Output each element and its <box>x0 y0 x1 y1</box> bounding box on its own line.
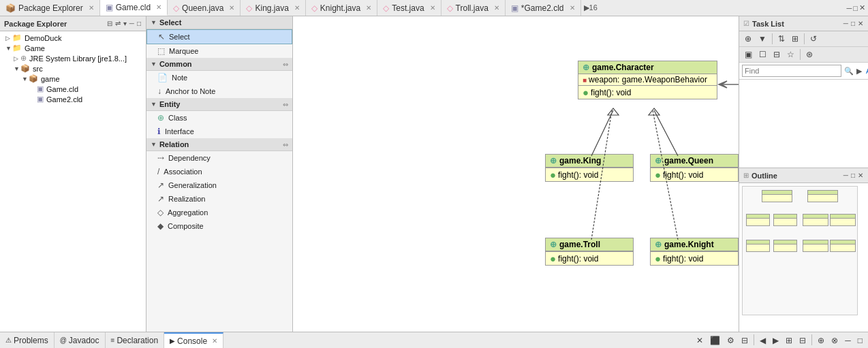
minimize-icon[interactable]: ─ <box>847 4 852 12</box>
outline-content[interactable] <box>739 183 868 332</box>
palette-item-generalization[interactable]: ↗ Generalization <box>146 178 292 192</box>
tab-close-icon-6[interactable]: ✕ <box>430 4 435 12</box>
tab-test-java[interactable]: ◇ Test.java ✕ <box>377 0 441 16</box>
uml-class-queen[interactable]: ⊕ game.Queen ● fight(): void <box>650 154 739 182</box>
palette-item-anchor[interactable]: ↓ Anchor to Note <box>146 84 292 98</box>
tab-troll-java[interactable]: ◇ Troll.java ✕ <box>441 0 506 16</box>
tab-close-icon-3[interactable]: ✕ <box>229 4 234 12</box>
task-icon-2[interactable]: ☐ <box>756 48 769 61</box>
group-icon[interactable]: ⊞ <box>789 33 801 45</box>
refresh-icon[interactable]: ↺ <box>807 33 820 45</box>
tree-item-game-cld[interactable]: ▷ ▣ Game.cld <box>0 84 146 94</box>
game2-cld-icon: ▣ <box>511 3 518 13</box>
tab-close-icon-2[interactable]: ✕ <box>156 3 161 11</box>
task-icon-1[interactable]: ▣ <box>742 48 755 61</box>
task-icon-4[interactable]: ☆ <box>784 48 797 61</box>
bottom-icon-12[interactable]: □ <box>855 334 865 347</box>
tab-package-explorer[interactable]: 📦 Package Explorer ✕ <box>0 0 100 16</box>
tab-problems[interactable]: ⚠ Problems <box>0 332 55 348</box>
tree-item-src[interactable]: ▼ 📦 src <box>0 63 146 74</box>
palette-item-realization[interactable]: ↗ Realization <box>146 192 292 206</box>
uml-canvas[interactable]: ⊕ game.Character ■ weapon: game.WeaponBe… <box>293 16 739 332</box>
anchor-icon: ↓ <box>157 86 161 96</box>
palette-item-class[interactable]: ⊕ Class <box>146 111 292 125</box>
find-input[interactable] <box>742 65 841 77</box>
tab-console[interactable]: ▶ Console ✕ <box>164 332 223 348</box>
view-menu-icon[interactable]: ▾ <box>123 19 127 28</box>
bottom-icon-7[interactable]: ⊞ <box>783 334 795 347</box>
tree-item-game[interactable]: ▼ 📁 Game <box>0 43 146 53</box>
minimize-tasklist-icon[interactable]: ─ <box>843 19 849 28</box>
filter-icon[interactable]: ▼ <box>756 33 769 45</box>
minimize-panel-icon[interactable]: ─ <box>129 19 135 28</box>
uml-class-king[interactable]: ⊕ game.King ● fight(): void <box>545 154 634 182</box>
package-icon: 📦 <box>29 74 38 83</box>
palette-item-aggregation[interactable]: ◇ Aggregation <box>146 206 292 219</box>
tab-declaration[interactable]: ≡ Declaration <box>106 332 165 348</box>
tree-expand-arrow: ▼ <box>5 45 12 52</box>
tree-item-game-pkg[interactable]: ▼ 📦 game <box>0 74 146 84</box>
palette-item-association[interactable]: / Association <box>146 165 292 178</box>
palette-section-relation[interactable]: ▼ Relation ⇔ <box>146 138 292 151</box>
find-search-icon[interactable]: 🔍 <box>844 67 854 76</box>
close-outline-icon[interactable]: ✕ <box>857 171 864 180</box>
tab-close-icon[interactable]: ✕ <box>89 4 94 12</box>
bottom-icon-10[interactable]: ⊗ <box>828 334 841 347</box>
tab-close-icon-5[interactable]: ✕ <box>366 4 371 12</box>
task-icon-5[interactable]: ⊛ <box>803 48 816 61</box>
tree-item-game2-cld[interactable]: ▷ ▣ Game2.cld <box>0 94 146 104</box>
tab-close-icon-4[interactable]: ✕ <box>294 4 300 12</box>
maximize-tasklist-icon[interactable]: □ <box>850 19 856 28</box>
sort-icon[interactable]: ⇅ <box>775 33 788 45</box>
palette-item-interface[interactable]: ℹ Interface <box>146 125 292 138</box>
bottom-icon-4[interactable]: ⊟ <box>739 334 751 347</box>
uml-class-knight[interactable]: ⊕ game.Knight ● fight(): void <box>650 238 739 266</box>
palette-item-select[interactable]: ↖ Select <box>146 29 292 44</box>
game-cld-tab-icon: ▣ <box>106 3 113 12</box>
bottom-icon-1[interactable]: ✕ <box>694 334 706 347</box>
tree-item-jre[interactable]: ▷ ⊕ JRE System Library [jre1.8...] <box>0 53 146 63</box>
maximize-icon[interactable]: □ <box>853 4 858 12</box>
minimize-outline-icon[interactable]: ─ <box>843 171 849 180</box>
tab-close-icon-8[interactable]: ✕ <box>570 4 575 12</box>
bottom-icon-2[interactable]: ⬛ <box>707 334 723 347</box>
console-close-icon[interactable]: ✕ <box>212 337 217 345</box>
uml-class-character[interactable]: ⊕ game.Character ■ weapon: game.WeaponBe… <box>578 61 717 99</box>
expand-find-icon[interactable]: ▶ <box>856 67 862 76</box>
bottom-icon-6[interactable]: ▶ <box>770 334 781 347</box>
new-task-icon[interactable]: ⊕ <box>742 33 754 45</box>
palette-section-select[interactable]: ▼ Select <box>146 16 292 29</box>
tab-overflow-indicator[interactable]: ▶16 <box>581 3 600 12</box>
palette-item-dependency[interactable]: ⤏ Dependency <box>146 151 292 165</box>
tab-game2-cld[interactable]: ▣ *Game2.cld ✕ <box>506 0 581 16</box>
task-icon-3[interactable]: ⊟ <box>771 48 783 61</box>
palette-section-entity[interactable]: ▼ Entity ⇔ <box>146 98 292 111</box>
tab-close-icon-7[interactable]: ✕ <box>494 4 499 12</box>
bottom-icon-3[interactable]: ⚙ <box>724 334 737 347</box>
link-with-editor-icon[interactable]: ⇌ <box>114 19 121 28</box>
section-title-entity: Entity <box>159 100 181 108</box>
collapse-all-icon[interactable]: ⊟ <box>106 19 113 28</box>
tab-queen-java[interactable]: ◇ Queen.java ✕ <box>168 0 241 16</box>
bottom-icon-11[interactable]: ─ <box>842 334 854 347</box>
close-tasklist-icon[interactable]: ✕ <box>857 19 864 28</box>
bottom-icon-5[interactable]: ◀ <box>757 334 769 347</box>
bottom-icon-8[interactable]: ⊟ <box>796 334 809 347</box>
palette-item-marquee[interactable]: ⬚ Marquee <box>146 44 292 58</box>
palette-panel: ▼ Select ↖ Select ⬚ Marquee ▼ Common ⇔ 📄… <box>146 16 293 332</box>
tab-javadoc[interactable]: @ Javadoc <box>55 332 106 348</box>
close-icon[interactable]: ✕ <box>859 3 865 12</box>
bottom-icon-9[interactable]: ⊕ <box>815 334 827 347</box>
tab-king-java[interactable]: ◇ King.java ✕ <box>241 0 305 16</box>
bottom-tab-bar: ⚠ Problems @ Javadoc ≡ Declaration ▶ Con… <box>0 332 868 348</box>
palette-item-composite[interactable]: ◆ Composite <box>146 219 292 233</box>
tree-item-demoduck[interactable]: ▷ 📁 DemoDuck <box>0 33 146 43</box>
maximize-panel-icon[interactable]: □ <box>136 19 142 28</box>
palette-section-common[interactable]: ▼ Common ⇔ <box>146 58 292 71</box>
select-cursor-icon: ↖ <box>158 32 165 42</box>
tab-game-cld[interactable]: ▣ Game.cld ✕ <box>100 0 168 16</box>
palette-item-note[interactable]: 📄 Note <box>146 71 292 84</box>
maximize-outline-icon[interactable]: □ <box>850 171 856 180</box>
uml-class-troll[interactable]: ⊕ game.Troll ● fight(): void <box>545 238 634 266</box>
tab-knight-java[interactable]: ◇ Knight.java ✕ <box>306 0 377 16</box>
